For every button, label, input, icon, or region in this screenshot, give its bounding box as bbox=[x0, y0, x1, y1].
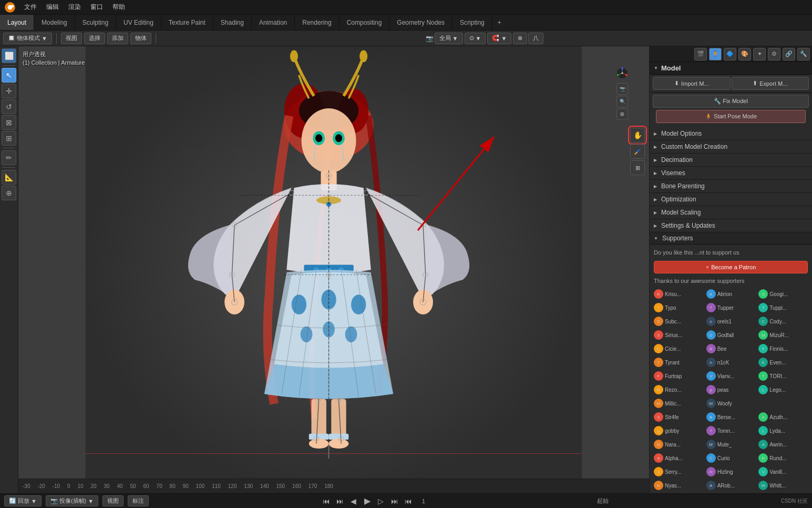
measure-tool[interactable]: 📐 bbox=[2, 170, 16, 185]
list-item[interactable]: BBee bbox=[705, 343, 757, 354]
menu-window[interactable]: 窗口 bbox=[86, 2, 107, 13]
list-item[interactable]: TTORI... bbox=[757, 370, 809, 382]
list-item[interactable]: SSubc... bbox=[653, 316, 704, 327]
menu-help[interactable]: 帮助 bbox=[108, 2, 129, 13]
anim-skip-start[interactable]: ⏮ bbox=[321, 496, 332, 506]
list-item[interactable]: FFurtrap bbox=[653, 370, 704, 382]
camera-mode-btn[interactable]: 📷 投像(插帧) ▼ bbox=[46, 495, 98, 506]
zoom-btn[interactable]: 🔍 bbox=[616, 96, 628, 107]
tab-modeling[interactable]: Modeling bbox=[34, 15, 75, 30]
list-item[interactable]: RRezo... bbox=[653, 384, 704, 395]
menu-file[interactable]: 文件 bbox=[20, 2, 41, 13]
section-decimation[interactable]: Decimation bbox=[650, 154, 812, 167]
tab-texture-paint[interactable]: Texture Paint bbox=[161, 15, 213, 30]
anim-next-keyframe[interactable]: ⏭ bbox=[389, 496, 400, 506]
viewport-3d[interactable]: 用户透视 (1) Collection | Armature bbox=[18, 46, 649, 493]
list-item[interactable]: AAzuth... bbox=[757, 411, 809, 423]
list-item[interactable]: VVianv... bbox=[705, 370, 757, 382]
list-item[interactable]: WWhitt... bbox=[757, 480, 809, 491]
list-item[interactable]: TTupper bbox=[705, 302, 757, 313]
bottom-view-btn[interactable]: 视图 bbox=[102, 495, 124, 506]
list-item[interactable]: SSirius... bbox=[653, 329, 704, 341]
tab-compositing[interactable]: Compositing bbox=[340, 15, 390, 30]
rpanel-icon-modifiers[interactable]: 🔧 bbox=[797, 48, 810, 60]
menu-edit[interactable]: 编辑 bbox=[42, 2, 63, 13]
transform-tool[interactable]: ⊞ bbox=[2, 131, 16, 146]
bottom-marker-btn[interactable]: 标注 bbox=[128, 495, 149, 506]
tab-rendering[interactable]: Rendering bbox=[295, 15, 339, 30]
rpanel-icon-material[interactable]: 🎨 bbox=[738, 48, 751, 60]
list-item[interactable]: KKrisu... bbox=[653, 288, 704, 300]
playback-mode-btn[interactable]: 🔄 回放 ▼ bbox=[4, 495, 42, 506]
list-item[interactable]: NNara... bbox=[653, 439, 704, 450]
tab-layout[interactable]: Layout bbox=[0, 15, 34, 30]
list-item[interactable]: GGoogi... bbox=[757, 288, 809, 300]
section-model-scaling[interactable]: Model Scaling bbox=[650, 206, 812, 219]
list-item[interactable]: AARob... bbox=[705, 480, 757, 491]
rpanel-icon-physics[interactable]: ⚙ bbox=[768, 48, 780, 60]
add-menu-btn[interactable]: 添加 bbox=[107, 33, 128, 44]
list-item[interactable]: AAwrin... bbox=[757, 439, 809, 450]
move-tool[interactable]: ✛ bbox=[2, 84, 16, 98]
anim-step-back[interactable]: ◀ bbox=[348, 496, 359, 506]
hand-tool-btn[interactable]: ✋ bbox=[630, 128, 645, 143]
overlay-btn[interactable]: 八 bbox=[528, 33, 543, 44]
nav-gizmo[interactable]: Z X Y 📷 🔍 ⊞ bbox=[604, 67, 641, 120]
list-item[interactable]: TTyrant bbox=[653, 357, 704, 368]
anim-play-pause[interactable]: ▶ bbox=[362, 496, 373, 506]
box-select-tool[interactable]: ⬜ bbox=[2, 48, 16, 63]
list-item[interactable]: VVanill... bbox=[757, 466, 809, 477]
rpanel-icon-object[interactable]: 🧍 bbox=[709, 48, 722, 60]
tab-shading[interactable]: Shading bbox=[213, 15, 252, 30]
list-item[interactable]: oorels1 bbox=[705, 316, 757, 327]
list-item[interactable]: BBerse... bbox=[705, 411, 757, 423]
object-menu-btn[interactable]: 物体 bbox=[130, 33, 151, 44]
section-model-options[interactable]: Model Options bbox=[650, 127, 812, 140]
list-item[interactable]: MMillic... bbox=[653, 398, 704, 409]
snap-btn[interactable]: 🧲 ▼ bbox=[487, 33, 511, 44]
annotate-tool[interactable]: ✏ bbox=[2, 150, 16, 165]
list-item[interactable]: MMute_ bbox=[705, 439, 757, 450]
list-item[interactable]: CCicie... bbox=[653, 343, 704, 354]
list-item[interactable]: NNyas... bbox=[653, 480, 704, 491]
tab-scripting[interactable]: Scripting bbox=[453, 15, 492, 30]
list-item[interactable]: MMizuR... bbox=[757, 329, 809, 341]
section-optimization[interactable]: Optimization bbox=[650, 193, 812, 206]
section-bone-parenting[interactable]: Bone Parenting bbox=[650, 180, 812, 193]
rpanel-icon-particle[interactable]: ✦ bbox=[753, 48, 766, 60]
view-selector[interactable]: 全局 ▼ bbox=[435, 33, 463, 44]
list-item[interactable]: RRund... bbox=[757, 452, 809, 464]
anim-prev-keyframe[interactable]: ⏭ bbox=[335, 496, 345, 506]
tab-sculpting[interactable]: Sculpting bbox=[75, 15, 116, 30]
tab-add-button[interactable]: + bbox=[492, 16, 507, 29]
list-item[interactable]: AAtirion bbox=[705, 288, 757, 300]
tab-geometry-nodes[interactable]: Geometry Nodes bbox=[389, 15, 453, 30]
start-pose-mode-btn[interactable]: 🧍 Start Pose Mode bbox=[656, 110, 806, 123]
list-item[interactable]: SStr4fe bbox=[653, 411, 704, 423]
supporters-section[interactable]: Supporters Do you like this ...nt to sup… bbox=[650, 232, 812, 493]
menu-render[interactable]: 渲染 bbox=[64, 2, 85, 13]
section-settings-updates[interactable]: Settings & Updates bbox=[650, 219, 812, 232]
list-item[interactable]: SSerry... bbox=[653, 466, 704, 477]
list-item[interactable]: EEven... bbox=[757, 357, 809, 368]
pivot-dropdown[interactable]: ⊙ ▼ bbox=[465, 33, 486, 44]
section-custom-model-creation[interactable]: Custom Model Creation bbox=[650, 140, 812, 154]
import-model-btn[interactable]: ⬇ Import M... bbox=[653, 77, 731, 90]
list-item[interactable]: TTuppi... bbox=[757, 302, 809, 313]
grid-btn[interactable]: ⊞ bbox=[616, 108, 628, 120]
scale-tool[interactable]: ⊠ bbox=[2, 115, 16, 130]
list-item[interactable]: TTypo bbox=[653, 302, 704, 313]
list-item[interactable]: LLyda... bbox=[757, 425, 809, 436]
rotate-tool[interactable]: ↺ bbox=[2, 99, 16, 114]
become-patron-btn[interactable]: Become a Patron bbox=[654, 261, 808, 273]
list-item[interactable]: ggobby bbox=[653, 425, 704, 436]
tab-animation[interactable]: Animation bbox=[252, 15, 295, 30]
camera-perspective-btn[interactable]: 📷 bbox=[616, 83, 628, 95]
proportional-edit-btn[interactable]: ⊕ bbox=[513, 33, 527, 44]
rpanel-icon-mesh[interactable]: 🔷 bbox=[724, 48, 736, 60]
list-item[interactable]: nn1cK bbox=[705, 357, 757, 368]
paint-tool-btn[interactable]: 🖌️ bbox=[630, 144, 645, 159]
section-visemes[interactable]: Visemes bbox=[650, 167, 812, 180]
list-item[interactable]: AAlpha... bbox=[653, 452, 704, 464]
list-item[interactable]: WWoofy bbox=[705, 398, 757, 409]
